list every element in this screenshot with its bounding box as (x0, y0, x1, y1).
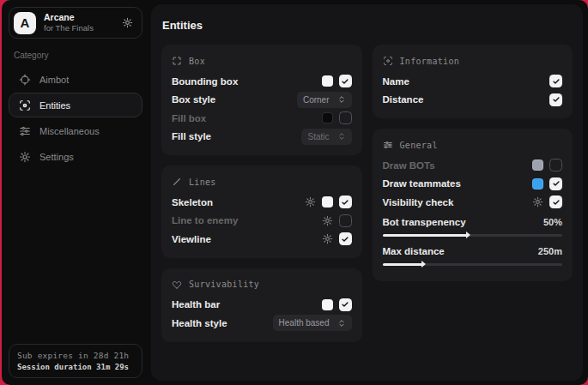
app-titles: Arcane for The Finals (44, 12, 94, 33)
fill-box-checkbox[interactable] (339, 111, 352, 124)
general-card: General Draw BOTs Draw teammates (373, 129, 573, 281)
card-title: Survivability (189, 280, 259, 289)
card-title: General (400, 141, 438, 150)
sidebar-item-label: Settings (39, 152, 74, 162)
bounding-box-icon (172, 56, 182, 66)
sidebar-item-aimbot[interactable]: Aimbot (9, 67, 142, 92)
max-distance-slider[interactable] (383, 263, 563, 266)
survivability-card: Survivability Health bar Health style (161, 268, 362, 342)
card-title: Lines (189, 177, 216, 187)
lines-card-header: Lines (172, 173, 352, 190)
card-title: Box (189, 57, 205, 66)
information-card: Information Name Distance (373, 45, 573, 118)
bot-transparency-value: 50% (543, 217, 562, 227)
bounding-box-checkbox[interactable] (339, 75, 352, 87)
box-card-header: Box (172, 52, 352, 69)
draw-bots-checkbox[interactable] (549, 159, 562, 171)
setting-row-fill-box: Fill box (172, 109, 352, 128)
lines-card: Lines Skeleton (161, 165, 362, 258)
survivability-card-header: Survivability (172, 276, 352, 293)
sidebar-category-label: Category (14, 51, 137, 60)
chevrons-up-down-icon (337, 95, 346, 104)
card-title: Information (400, 57, 460, 66)
sidebar-item-entities[interactable]: Entities (9, 93, 142, 117)
box-card: Box Bounding box Box style (161, 45, 362, 155)
name-checkbox[interactable] (549, 75, 562, 87)
app-logo: A (14, 12, 36, 34)
sliders-horizontal-icon (383, 140, 393, 150)
scan-info-icon (383, 56, 393, 66)
page-title: Entities (162, 19, 573, 32)
viewline-settings-gear-icon[interactable] (322, 233, 333, 244)
box-style-dropdown[interactable]: Corner (297, 92, 352, 108)
color-swatch[interactable] (322, 75, 333, 87)
setting-row-draw-bots: Draw BOTs (383, 156, 563, 175)
gear-icon (19, 151, 31, 163)
setting-row-visibility-check: Visibility check (383, 193, 563, 212)
skeleton-checkbox[interactable] (339, 196, 352, 208)
slider-fill[interactable] (383, 234, 467, 237)
sidebar-item-settings[interactable]: Settings (9, 144, 142, 169)
line-to-enemy-settings-gear-icon[interactable] (322, 215, 333, 226)
app-name: Arcane (44, 12, 94, 23)
color-swatch[interactable] (322, 299, 333, 310)
subscription-expiry: Sub expires in 28d 21h (17, 351, 134, 360)
color-swatch[interactable] (532, 159, 543, 171)
skeleton-settings-gear-icon[interactable] (305, 196, 316, 208)
draw-teammates-checkbox[interactable] (549, 177, 562, 190)
session-duration: Session duration 31m 29s (17, 363, 134, 371)
distance-checkbox[interactable] (549, 93, 562, 106)
max-distance-label-row: Max distance 250m (383, 243, 563, 260)
color-swatch[interactable] (532, 178, 543, 189)
setting-row-health-bar: Health bar (172, 296, 352, 315)
setting-row-bounding-box: Bounding box (172, 72, 352, 91)
chevrons-up-down-icon (337, 132, 346, 141)
setting-row-line-to-enemy: Line to enemy (172, 212, 352, 231)
setting-row-distance: Distance (383, 91, 563, 110)
viewline-checkbox[interactable] (339, 232, 352, 245)
health-style-dropdown[interactable]: Health based (273, 315, 352, 331)
fill-style-dropdown[interactable]: Static (301, 129, 351, 145)
setting-row-name: Name (383, 72, 563, 91)
sidebar-item-label: Aimbot (39, 75, 69, 85)
subscription-card: Sub expires in 28d 21h Session duration … (9, 344, 142, 378)
sidebar: A Arcane for The Finals Category Aimbot (2, 0, 149, 385)
setting-row-health-style: Health style Health based (172, 314, 352, 333)
chevrons-up-down-icon (337, 319, 346, 328)
setting-row-fill-style: Fill style Static (172, 128, 352, 147)
visibility-check-settings-gear-icon[interactable] (532, 196, 543, 208)
setting-row-skeleton: Skeleton (172, 193, 352, 212)
visibility-check-checkbox[interactable] (549, 196, 562, 208)
bot-transparency-slider[interactable] (383, 234, 563, 237)
crosshair-icon (19, 74, 31, 86)
heart-pulse-icon (172, 280, 182, 290)
general-card-header: General (383, 136, 563, 153)
bot-transparency-label-row: Bot transpenency 50% (383, 214, 563, 231)
max-distance-value: 250m (538, 246, 562, 256)
information-card-header: Information (383, 52, 563, 69)
app-window: A Arcane for The Finals Category Aimbot (2, 0, 588, 385)
app-brand-card: A Arcane for The Finals (9, 7, 142, 39)
color-swatch[interactable] (322, 196, 333, 208)
setting-row-viewline: Viewline (172, 230, 352, 249)
setting-row-box-style: Box style Corner (172, 91, 352, 110)
sidebar-item-label: Entities (39, 100, 70, 111)
sidebar-item-label: Miscellaneous (39, 126, 100, 136)
setting-row-draw-teammates: Draw teammates (383, 175, 563, 194)
sliders-icon (19, 125, 31, 137)
main-content: Entities Box Bounding box (151, 4, 583, 381)
brand-gear-icon[interactable] (122, 17, 133, 28)
scan-eye-icon (19, 99, 31, 111)
color-swatch[interactable] (322, 112, 333, 123)
sidebar-item-miscellaneous[interactable]: Miscellaneous (9, 118, 142, 143)
line-icon (172, 177, 182, 187)
health-bar-checkbox[interactable] (339, 298, 352, 311)
slider-fill[interactable] (383, 263, 422, 266)
app-subtitle: for The Finals (44, 23, 94, 33)
line-to-enemy-checkbox[interactable] (339, 214, 352, 227)
